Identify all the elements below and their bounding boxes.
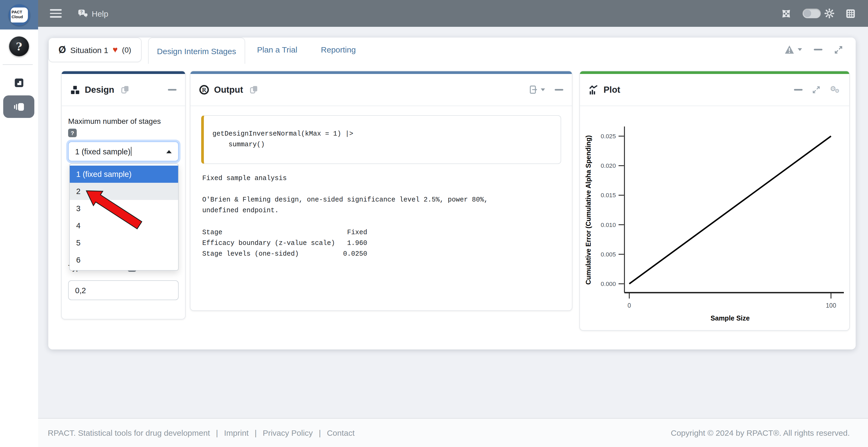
app-logo[interactable]: PACT Cloud [0, 0, 38, 30]
r-code-text: getDesignInverseNormal(kMax = 1) |> summ… [212, 129, 552, 150]
design-panel-body: Maximum number of stages ? 1 (fixed samp… [62, 106, 185, 319]
svg-text:0.005: 0.005 [600, 251, 616, 258]
design-panel-header: Design [62, 74, 185, 106]
footer-separator: | [319, 428, 321, 437]
output-panel-title: Output [214, 85, 243, 95]
svg-text:100: 100 [826, 302, 836, 309]
export-dropdown[interactable] [529, 85, 545, 94]
svg-text:0.020: 0.020 [600, 162, 616, 169]
menu-toggle-icon[interactable] [50, 9, 62, 18]
svg-text:0.000: 0.000 [600, 281, 616, 287]
svg-text:0.025: 0.025 [600, 133, 616, 140]
sidebar-item-active[interactable] [3, 95, 34, 118]
dropdown-option[interactable]: 2 [70, 183, 178, 200]
stages-dropdown-list: 1 (fixed sample)23456 [69, 164, 179, 271]
favorites-count: (0) [122, 45, 131, 54]
question-avatar[interactable]: ? [9, 36, 29, 56]
fullscreen-arrows-icon[interactable] [782, 9, 791, 18]
output-panel-header: R Output [190, 74, 572, 106]
dropdown-option[interactable]: 5 [70, 234, 178, 251]
max-stages-value: 1 (fixed sample) [75, 147, 130, 156]
content-card: Ø Situation 1 ♥ (0) Design Interim Stage… [48, 37, 856, 349]
footer-copyright: Copyright © 2024 by RPACT®. All rights r… [671, 428, 850, 437]
plot-panel-body: 0.0000.0050.0100.0150.0200.0250100Sample… [580, 106, 849, 330]
warnings-dropdown[interactable] [784, 45, 802, 54]
footer-brand: RPACT. Statistical tools for drug develo… [48, 428, 210, 437]
logo-text-1: PACT [11, 10, 28, 15]
warning-icon [784, 45, 795, 54]
icon-sidebar: ? [0, 27, 38, 447]
footer-link-imprint[interactable]: Imprint [224, 428, 249, 437]
dropdown-option[interactable]: 4 [70, 217, 178, 234]
main-area: Ø Situation 1 ♥ (0) Design Interim Stage… [38, 27, 868, 447]
dropdown-option[interactable]: 1 (fixed sample) [70, 166, 178, 183]
output-accent-bar [190, 71, 572, 74]
card-actions [784, 45, 843, 54]
minimize-output-icon[interactable] [555, 89, 563, 90]
rpact-cloud-logo-icon: PACT Cloud [8, 4, 30, 26]
copy-icon[interactable] [121, 85, 129, 94]
svg-text:R: R [202, 87, 207, 93]
svg-text:Cumulative Error (Cumulative A: Cumulative Error (Cumulative Alpha Spend… [585, 135, 592, 285]
caret-down-icon [798, 48, 802, 51]
sun-icon[interactable] [825, 8, 834, 18]
help-button[interactable]: ? Help [78, 9, 108, 18]
blocks-icon [70, 85, 80, 95]
svg-text:?: ? [80, 10, 83, 14]
topbar-actions [782, 8, 855, 18]
footer-separator: | [216, 428, 218, 437]
footer-link-privacy-policy[interactable]: Privacy Policy [262, 428, 313, 437]
design-panel: Design Maximum number of stages ? [61, 71, 186, 319]
type2-error-input[interactable]: 0,2 [68, 280, 179, 300]
svg-text:Sample Size: Sample Size [711, 314, 750, 322]
output-panel: R Output [190, 71, 572, 311]
plot-settings-icon[interactable]: ⚙ ⚙ [830, 85, 841, 95]
situation-label: Situation 1 [70, 45, 108, 55]
footer-separator: | [254, 428, 257, 437]
minimize-plot-icon[interactable] [794, 89, 803, 90]
footer: RPACT. Statistical tools for drug develo… [38, 418, 868, 447]
tab-situation[interactable]: Ø Situation 1 ♥ (0) [48, 37, 142, 62]
panel-layout-icon [13, 102, 25, 111]
minimize-card-icon[interactable] [814, 49, 823, 50]
tab-plan-a-trial[interactable]: Plan a Trial [245, 37, 309, 61]
app-viewport: PACT Cloud ? Help [0, 0, 868, 447]
expand-card-icon[interactable] [834, 45, 843, 54]
export-file-icon [529, 85, 537, 94]
caret-down-icon [541, 89, 545, 91]
minimize-design-icon[interactable] [168, 89, 177, 90]
max-stages-label: Maximum number of stages [68, 117, 161, 126]
sidebar-item-flag-icon[interactable] [14, 78, 24, 88]
plot-panel-title: Plot [603, 85, 620, 95]
r-code-block: getDesignInverseNormal(kMax = 1) |> summ… [201, 115, 561, 164]
tab-design-interim-stages[interactable]: Design Interim Stages [148, 37, 245, 64]
max-stages-select[interactable]: 1 (fixed sample) [68, 141, 179, 161]
dark-mode-toggle[interactable] [803, 8, 821, 18]
svg-text:0: 0 [628, 302, 631, 309]
r-output-text: Fixed sample analysis O'Brien & Fleming … [202, 173, 561, 260]
logo-text-2: Cloud [11, 15, 28, 19]
design-accent-bar [62, 71, 185, 74]
sidebar-divider [3, 64, 33, 65]
tab-reporting[interactable]: Reporting [309, 37, 368, 61]
plot-panel-header: Plot ⚙ ⚙ [580, 74, 849, 106]
footer-link-contact[interactable]: Contact [327, 428, 354, 437]
expand-plot-icon[interactable] [812, 86, 820, 94]
dropdown-option[interactable]: 6 [70, 251, 178, 269]
footer-left: RPACT. Statistical tools for drug develo… [48, 428, 354, 437]
copy-icon[interactable] [249, 85, 258, 94]
heart-icon: ♥ [113, 45, 118, 54]
theme-switch-group [803, 8, 834, 18]
topbar: PACT Cloud ? Help [0, 0, 868, 27]
plot-panel: Plot ⚙ ⚙ [579, 71, 850, 331]
caret-up-icon [166, 150, 172, 153]
dropdown-option[interactable]: 3 [70, 200, 178, 217]
alpha-spending-chart: 0.0000.0050.0100.0150.0200.0250100Sample… [580, 106, 848, 329]
svg-text:0.015: 0.015 [600, 192, 616, 199]
svg-text:0.010: 0.010 [600, 221, 616, 228]
chart-icon [589, 85, 599, 95]
max-stages-help-icon[interactable]: ? [68, 129, 77, 137]
help-label: Help [92, 9, 108, 18]
r-logo-icon: R [199, 85, 209, 95]
apps-grid-icon[interactable] [846, 9, 855, 18]
